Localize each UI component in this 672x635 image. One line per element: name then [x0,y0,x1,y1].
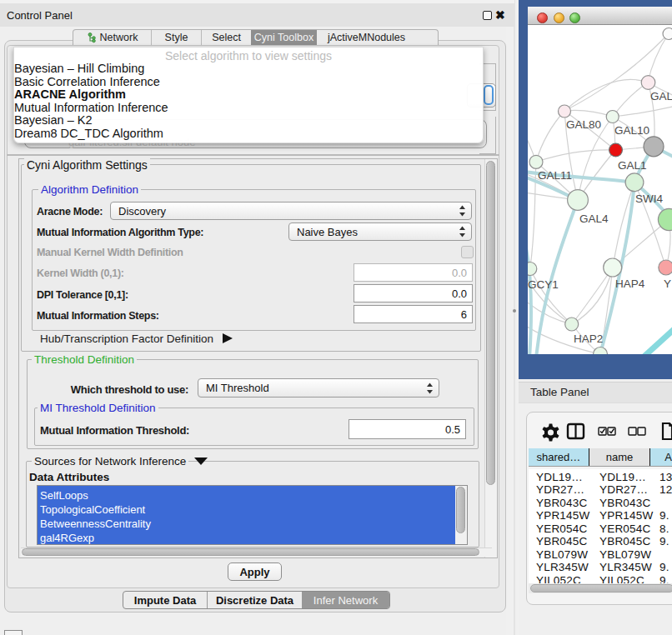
svg-text:GAL: GAL [650,90,672,102]
svg-text:HAP4: HAP4 [615,278,645,290]
svg-text:GAL1: GAL1 [618,159,647,172]
svg-text:GAL10: GAL10 [614,124,649,137]
svg-text:SWI4: SWI4 [635,192,663,205]
svg-text:GAL11: GAL11 [538,169,572,182]
svg-text:HAP2: HAP2 [574,332,603,345]
svg-text:Y: Y [664,278,671,290]
svg-text:GCY1: GCY1 [528,278,559,291]
svg-text:GAL4: GAL4 [579,212,609,225]
svg-text:GAL80: GAL80 [566,118,601,131]
